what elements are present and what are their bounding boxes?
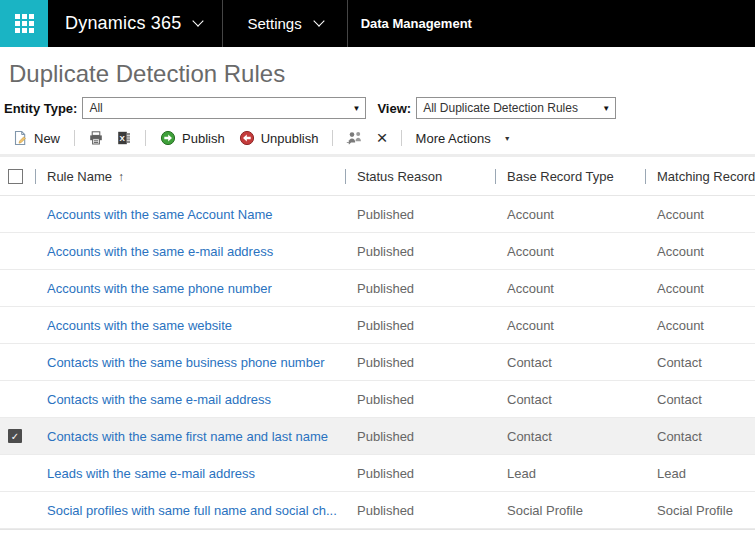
table-row[interactable]: ✓ Leads with the same e-mail address Pub… bbox=[0, 455, 755, 492]
table-row[interactable]: ✓ Contacts with the same first name and … bbox=[0, 418, 755, 455]
base-record-type-cell: Contact bbox=[495, 355, 645, 370]
sort-ascending-icon: ↑ bbox=[118, 170, 124, 184]
chevron-down-icon bbox=[313, 15, 324, 26]
column-header-status-reason[interactable]: Status Reason bbox=[345, 169, 495, 184]
app-launcher-button[interactable] bbox=[0, 0, 48, 47]
filter-row: Entity Type: All ▼ View: All Duplicate D… bbox=[4, 96, 755, 120]
status-reason-cell: Published bbox=[345, 318, 495, 333]
table-row[interactable]: ✓ Contacts with the same business phone … bbox=[0, 344, 755, 381]
matching-record-type-cell: Contact bbox=[645, 392, 755, 407]
entity-type-value: All bbox=[89, 101, 102, 115]
more-actions-label: More Actions bbox=[416, 131, 491, 146]
export-to-excel-button[interactable]: X bbox=[110, 125, 138, 151]
matching-record-type-cell: Account bbox=[645, 318, 755, 333]
matching-record-type-cell: Account bbox=[645, 244, 755, 259]
dropdown-arrow-icon: ▼ bbox=[353, 104, 361, 113]
status-reason-cell: Published bbox=[345, 244, 495, 259]
base-record-type-cell: Account bbox=[495, 244, 645, 259]
dropdown-arrow-icon: ▼ bbox=[602, 104, 610, 113]
publish-button[interactable]: Publish bbox=[153, 125, 232, 151]
page-label: Data Management bbox=[361, 16, 472, 31]
table-row[interactable]: ✓ Accounts with the same e-mail address … bbox=[0, 233, 755, 270]
more-actions-button[interactable]: More Actions ▼ bbox=[409, 125, 518, 151]
view-label: View: bbox=[377, 101, 411, 116]
publish-icon bbox=[160, 130, 176, 146]
row-select-cell: ✓ bbox=[0, 270, 35, 306]
row-select-cell: ✓ bbox=[0, 233, 35, 269]
print-button[interactable] bbox=[82, 125, 110, 151]
export-to-excel-icon: X bbox=[116, 130, 132, 146]
area-menu-settings[interactable]: Settings bbox=[223, 0, 346, 47]
rule-name-link[interactable]: Accounts with the same phone number bbox=[35, 281, 345, 296]
grid-bottom-divider bbox=[0, 529, 755, 530]
entity-type-select[interactable]: All ▼ bbox=[82, 97, 366, 119]
status-reason-cell: Published bbox=[345, 281, 495, 296]
view-select[interactable]: All Duplicate Detection Rules ▼ bbox=[416, 97, 616, 119]
base-record-type-cell: Lead bbox=[495, 466, 645, 481]
view-value: All Duplicate Detection Rules bbox=[423, 101, 578, 115]
status-reason-cell: Published bbox=[345, 466, 495, 481]
table-row[interactable]: ✓ Accounts with the same website Publish… bbox=[0, 307, 755, 344]
brand-menu[interactable]: Dynamics 365 bbox=[48, 0, 222, 47]
unpublish-icon bbox=[239, 130, 255, 146]
matching-record-type-cell: Contact bbox=[645, 355, 755, 370]
rule-name-link[interactable]: Contacts with the same first name and la… bbox=[35, 429, 345, 444]
column-header-matching-record-type[interactable]: Matching Record Type bbox=[645, 169, 755, 184]
area-label: Settings bbox=[247, 15, 301, 32]
base-record-type-cell: Social Profile bbox=[495, 503, 645, 518]
select-all-checkbox[interactable] bbox=[8, 169, 23, 184]
table-row[interactable]: ✓ Accounts with the same phone number Pu… bbox=[0, 270, 755, 307]
rule-name-link[interactable]: Social profiles with same full name and … bbox=[35, 503, 345, 518]
page-title: Duplicate Detection Rules bbox=[9, 60, 755, 88]
toolbar-separator bbox=[145, 130, 146, 146]
new-button-label: New bbox=[34, 131, 60, 146]
matching-record-type-cell: Account bbox=[645, 207, 755, 222]
base-record-type-cell: Contact bbox=[495, 429, 645, 444]
top-nav-bar: Dynamics 365 Settings Data Management bbox=[0, 0, 755, 47]
chevron-down-icon bbox=[193, 15, 204, 26]
row-select-cell: ✓ bbox=[0, 492, 35, 528]
column-header-base-record-type[interactable]: Base Record Type bbox=[495, 169, 645, 184]
row-select-cell: ✓ bbox=[0, 455, 35, 491]
delete-button[interactable]: × bbox=[370, 125, 393, 151]
status-reason-cell: Published bbox=[345, 207, 495, 222]
row-checkbox[interactable]: ✓ bbox=[8, 429, 22, 443]
row-select-cell: ✓ bbox=[0, 344, 35, 380]
column-header-rule-name[interactable]: Rule Name↑ bbox=[35, 169, 345, 184]
grid-header-row: Rule Name↑ Status Reason Base Record Typ… bbox=[0, 157, 755, 196]
delete-icon: × bbox=[376, 130, 387, 146]
toolbar-separator bbox=[401, 130, 402, 146]
toolbar-separator bbox=[332, 130, 333, 146]
rule-name-link[interactable]: Accounts with the same website bbox=[35, 318, 345, 333]
entity-type-label: Entity Type: bbox=[4, 101, 77, 116]
base-record-type-cell: Contact bbox=[495, 392, 645, 407]
publish-button-label: Publish bbox=[182, 131, 225, 146]
status-reason-cell: Published bbox=[345, 429, 495, 444]
base-record-type-cell: Account bbox=[495, 318, 645, 333]
unpublish-button[interactable]: Unpublish bbox=[232, 125, 326, 151]
toolbar-separator bbox=[74, 130, 75, 146]
row-select-cell: ✓ bbox=[0, 307, 35, 343]
rules-grid: Rule Name↑ Status Reason Base Record Typ… bbox=[0, 157, 755, 529]
matching-record-type-cell: Contact bbox=[645, 429, 755, 444]
waffle-icon bbox=[15, 14, 34, 33]
brand-label: Dynamics 365 bbox=[65, 13, 181, 34]
rule-name-link[interactable]: Contacts with the same business phone nu… bbox=[35, 355, 345, 370]
base-record-type-cell: Account bbox=[495, 281, 645, 296]
rule-name-link[interactable]: Leads with the same e-mail address bbox=[35, 466, 345, 481]
print-icon bbox=[88, 130, 104, 146]
select-all-cell bbox=[0, 169, 35, 184]
table-row[interactable]: ✓ Accounts with the same Account Name Pu… bbox=[0, 196, 755, 233]
new-button[interactable]: New bbox=[5, 125, 67, 151]
new-record-icon bbox=[12, 130, 28, 146]
status-reason-cell: Published bbox=[345, 355, 495, 370]
table-row[interactable]: ✓ Contacts with the same e-mail address … bbox=[0, 381, 755, 418]
assign-button[interactable] bbox=[340, 125, 370, 151]
table-row[interactable]: ✓ Social profiles with same full name an… bbox=[0, 492, 755, 529]
base-record-type-cell: Account bbox=[495, 207, 645, 222]
rule-name-link[interactable]: Accounts with the same e-mail address bbox=[35, 244, 345, 259]
dropdown-arrow-icon: ▼ bbox=[504, 135, 511, 142]
rule-name-link[interactable]: Accounts with the same Account Name bbox=[35, 207, 345, 222]
grid-toolbar: New X bbox=[0, 125, 755, 151]
rule-name-link[interactable]: Contacts with the same e-mail address bbox=[35, 392, 345, 407]
